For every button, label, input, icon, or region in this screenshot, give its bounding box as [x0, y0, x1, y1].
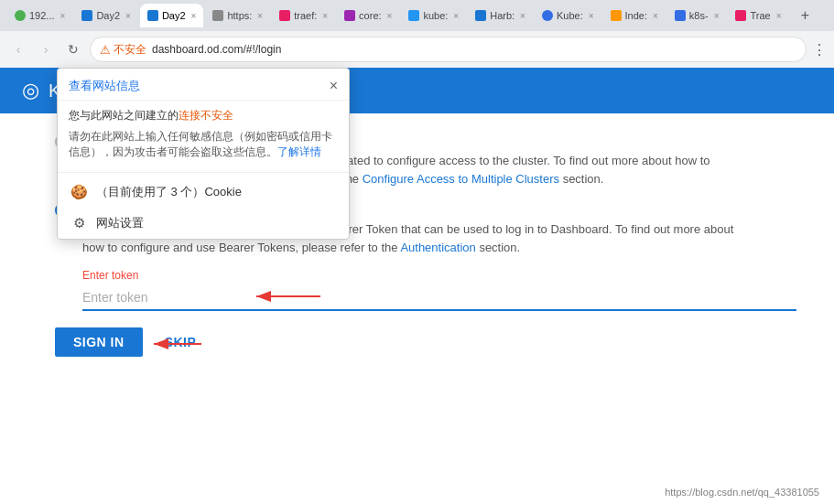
menu-button[interactable]: ⋮	[812, 41, 827, 59]
gear-icon: ⚙	[70, 215, 87, 231]
popup-title[interactable]: 查看网站信息	[69, 78, 140, 94]
settings-menu-item[interactable]: ⚙ 网站设置	[58, 208, 349, 239]
tab-192[interactable]: 192... ×	[7, 4, 72, 27]
warning-triangle-icon: ⚠	[100, 43, 111, 57]
red-arrow-signin	[146, 335, 201, 357]
not-secure-label: 不安全	[114, 42, 146, 58]
kube-logo-icon: ◎	[22, 79, 39, 102]
learn-more-link[interactable]: 了解详情	[277, 146, 321, 157]
cookie-label: （目前使用了 3 个）Cookie	[96, 184, 242, 200]
tab-kube2[interactable]: Kube: ×	[535, 4, 601, 27]
cookie-menu-item[interactable]: 🍪 （目前使用了 3 个）Cookie	[58, 177, 349, 208]
settings-label: 网站设置	[96, 215, 144, 231]
popup-detail-text: 请勿在此网站上输入任何敏感信息（例如密码或信用卡信息），因为攻击者可能会盗取这些…	[69, 129, 338, 161]
tab-trae[interactable]: Trae ×	[728, 4, 788, 27]
popup-header: 查看网站信息 ×	[58, 69, 349, 101]
tab-core[interactable]: core: ×	[337, 4, 399, 27]
tab-harb[interactable]: Harb: ×	[468, 4, 533, 27]
new-tab-button[interactable]: +	[795, 5, 817, 27]
popup-warning-main: 您与此网站之间建立的连接不安全	[69, 108, 338, 123]
address-text: dashboard.od.com/#!/login	[152, 43, 281, 56]
button-row: SIGN IN SKIP	[55, 327, 751, 357]
forward-button[interactable]: ›	[35, 38, 57, 60]
tab-close-192[interactable]: ×	[60, 11, 66, 21]
popup-close-button[interactable]: ×	[330, 79, 338, 93]
authentication-link[interactable]: Authentication	[400, 241, 475, 254]
tab-https[interactable]: https: ×	[205, 4, 270, 27]
tab-k8s[interactable]: k8s- ×	[667, 4, 727, 27]
arrow-svg	[247, 287, 320, 306]
security-warning-indicator[interactable]: ⚠ 不安全	[100, 42, 146, 58]
token-input-area: Enter token	[82, 269, 751, 311]
address-box[interactable]: ⚠ 不安全 dashboard.od.com/#!/login	[90, 37, 807, 62]
token-input-field[interactable]	[82, 285, 796, 311]
red-arrow-token	[247, 287, 320, 306]
security-popup: 查看网站信息 × 您与此网站之间建立的连接不安全 请勿在此网站上输入任何敏感信息…	[57, 68, 350, 240]
cookie-icon: 🍪	[70, 184, 87, 200]
tab-day2b[interactable]: Day2 ×	[140, 4, 204, 27]
popup-divider	[58, 172, 349, 173]
sign-in-button[interactable]: SIGN IN	[55, 327, 143, 357]
address-bar-row: ‹ › ↻ ⚠ 不安全 dashboard.od.com/#!/login ⋮	[0, 31, 834, 68]
tab-day2a[interactable]: Day2 ×	[74, 4, 138, 27]
tab-inde[interactable]: Inde: ×	[603, 4, 666, 27]
enter-token-label: Enter token	[82, 269, 751, 282]
browser-window: 192... × Day2 × Day2 × https: × traef: ×…	[0, 0, 834, 504]
watermark: https://blog.csdn.net/qq_43381055	[661, 486, 823, 499]
back-button[interactable]: ‹	[7, 38, 29, 60]
tab-bar: 192... × Day2 × Day2 × https: × traef: ×…	[0, 0, 834, 31]
tab-kube[interactable]: kube: ×	[401, 4, 466, 27]
refresh-button[interactable]: ↻	[62, 38, 84, 60]
tab-traef[interactable]: traef: ×	[272, 4, 335, 27]
configure-access-link[interactable]: Configure Access to Multiple Clusters	[363, 172, 559, 186]
popup-warning-section: 您与此网站之间建立的连接不安全 请勿在此网站上输入任何敏感信息（例如密码或信用卡…	[58, 101, 349, 168]
not-safe-text: 连接不安全	[179, 109, 233, 122]
